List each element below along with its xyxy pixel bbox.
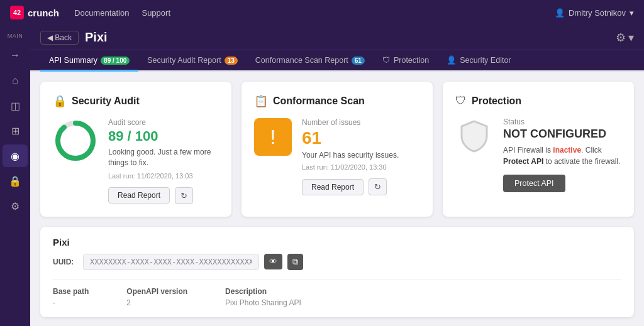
scan-info: Number of issues 61 Your API has securit…	[302, 118, 420, 195]
page-header-left: ◀ Back Pixi	[40, 30, 108, 45]
tab-security-audit-label: Security Audit Report	[147, 56, 221, 65]
sidebar-item-home[interactable]: ⌂	[3, 69, 28, 92]
eye-uuid-icon: 👁	[269, 257, 277, 266]
audit-info: Audit score 89 / 100 Looking good. Just …	[108, 118, 219, 204]
meta-base-path: Base path -	[53, 287, 89, 307]
security-audit-card-title: Security Audit	[72, 95, 140, 107]
read-report-button[interactable]: Read Report	[108, 187, 170, 204]
api-meta-row: Base path - OpenAPI version 2 Descriptio…	[53, 279, 621, 307]
uuid-row: UUID: 👁 ⧉	[53, 254, 621, 270]
refresh-scan-button[interactable]: ↻	[369, 178, 387, 195]
tab-api-summary[interactable]: API Summary 89 / 100	[40, 51, 138, 72]
security-audit-card: 🔒 Security Audit Audit score 89 /	[40, 82, 231, 217]
protection-card: 🛡 Protection Status NOT CONFIGURED	[443, 82, 634, 217]
meta-base-path-label: Base path	[53, 287, 89, 296]
refresh-audit-button[interactable]: ↻	[175, 187, 193, 204]
conformance-scan-card-header: 📋 Conformance Scan	[254, 94, 420, 108]
api-info-card: Pixi UUID: 👁 ⧉ Base path -	[40, 227, 634, 317]
protection-card-icon: 🛡	[455, 94, 467, 107]
security-audit-body: Audit score 89 / 100 Looking good. Just …	[53, 118, 219, 204]
read-scan-report-button[interactable]: Read Report	[302, 179, 364, 195]
conformance-scan-body: ! Number of issues 61 Your API has secur…	[254, 118, 420, 195]
tab-bar: API Summary 89 / 100 Security Audit Repo…	[30, 50, 644, 72]
audit-score-label: Audit score	[108, 118, 219, 127]
audit-last-run: Last run: 11/02/2020, 13:03	[108, 172, 219, 180]
back-button[interactable]: ◀ Back	[40, 31, 79, 45]
user-menu[interactable]: 👤 Dmitry Sotnikov ▾	[555, 8, 634, 18]
protection-card-header: 🛡 Protection	[455, 94, 621, 107]
protect-api-button[interactable]: Protect API	[503, 175, 565, 192]
tab-security-editor[interactable]: 👤 Security Editor	[438, 50, 519, 72]
tab-security-audit[interactable]: Security Audit Report 13	[138, 51, 247, 72]
tab-conformance-scan-label: Conformance Scan Report	[255, 56, 348, 65]
documentation-link[interactable]: Documentation	[74, 8, 129, 18]
scan-description: Your API has security issues.	[302, 151, 420, 160]
tab-protection-label: Protection	[394, 56, 429, 65]
audit-actions: Read Report ↻	[108, 187, 219, 204]
protection-body: Status NOT CONFIGURED API Firewall is in…	[455, 117, 621, 192]
protection-tab-shield-icon: 🛡	[382, 56, 391, 65]
user-name: Dmitry Sotnikov	[569, 8, 626, 18]
security-audit-card-header: 🔒 Security Audit	[53, 94, 219, 108]
nav-links: Documentation Support	[74, 8, 170, 18]
audit-description: Looking good. Just a few more things to …	[108, 147, 219, 168]
svg-point-1	[58, 123, 93, 158]
sidebar: MAIN → ⌂ ◫ ⊞ ◉ 🔒 ⚙	[0, 25, 30, 326]
conformance-scan-card-title: Conformance Scan	[273, 95, 365, 107]
cards-row: 🔒 Security Audit Audit score 89 /	[40, 82, 634, 217]
lock-icon: 🔒	[9, 175, 21, 187]
shield-gray-icon	[455, 117, 493, 155]
conformance-scan-card: 📋 Conformance Scan ! Number of issues 61…	[242, 82, 433, 217]
sidebar-item-layers[interactable]: ◫	[3, 94, 28, 117]
home-icon: ⌂	[12, 75, 18, 86]
arrow-right-icon: →	[10, 50, 20, 61]
sidebar-item-back[interactable]: →	[3, 44, 28, 67]
inactive-label: inactive	[553, 146, 581, 155]
protection-description: API Firewall is inactive. Click Protect …	[503, 144, 621, 167]
refresh-scan-icon: ↻	[374, 182, 381, 192]
user-icon: 👤	[555, 8, 565, 18]
logo-icon: 42	[10, 6, 24, 19]
sidebar-item-eye[interactable]: ◉	[3, 144, 28, 167]
conformance-scan-card-icon: 📋	[254, 94, 268, 108]
uuid-label: UUID:	[53, 258, 78, 266]
api-card-title: Pixi	[53, 237, 621, 247]
uuid-copy-button[interactable]: ⧉	[287, 254, 303, 270]
protection-info: Status NOT CONFIGURED API Firewall is in…	[503, 117, 621, 192]
meta-description: Description Pixi Photo Sharing API	[225, 287, 301, 307]
meta-description-value: Pixi Photo Sharing API	[225, 298, 301, 307]
app-layout: MAIN → ⌂ ◫ ⊞ ◉ 🔒 ⚙ ◀ Back Pixi	[0, 25, 644, 326]
meta-description-label: Description	[225, 287, 301, 296]
grid-icon: ⊞	[11, 125, 19, 137]
tab-protection[interactable]: 🛡 Protection	[374, 51, 438, 72]
layers-icon: ◫	[11, 100, 20, 112]
protection-status-label: Status	[503, 117, 621, 126]
logo-text: crunch	[28, 8, 59, 18]
uuid-input[interactable]	[83, 254, 259, 270]
content-area: 🔒 Security Audit Audit score 89 /	[30, 72, 644, 326]
donut-svg	[53, 118, 98, 163]
tab-conformance-scan[interactable]: Conformance Scan Report 61	[247, 51, 374, 72]
tab-api-summary-label: API Summary	[49, 56, 97, 65]
protection-status-value: NOT CONFIGURED	[503, 128, 621, 141]
warning-icon: !	[270, 126, 276, 149]
top-navigation: 42 crunch Documentation Support 👤 Dmitry…	[0, 0, 644, 25]
uuid-eye-button[interactable]: 👁	[264, 254, 282, 269]
settings-alt-icon: ⚙	[11, 200, 19, 212]
conformance-scan-badge: 61	[352, 57, 365, 65]
logo[interactable]: 42 crunch	[10, 6, 59, 19]
gear-icon: ⚙	[616, 31, 626, 45]
protection-card-title: Protection	[472, 95, 521, 107]
user-caret-icon: ▾	[630, 8, 634, 18]
warning-icon-box: !	[254, 118, 292, 156]
security-audit-card-icon: 🔒	[53, 94, 67, 108]
sidebar-item-lock[interactable]: 🔒	[3, 170, 28, 192]
sidebar-item-settings[interactable]: ⚙	[3, 195, 28, 217]
scan-actions: Read Report ↻	[302, 178, 420, 195]
refresh-icon: ↻	[180, 191, 187, 200]
sidebar-item-grid[interactable]: ⊞	[3, 119, 28, 142]
main-content: ◀ Back Pixi ⚙ ▾ API Summary 89 / 100 Sec…	[30, 25, 644, 326]
support-link[interactable]: Support	[142, 8, 170, 18]
security-editor-tab-icon: 👤	[447, 55, 457, 65]
settings-button[interactable]: ⚙ ▾	[616, 31, 634, 45]
